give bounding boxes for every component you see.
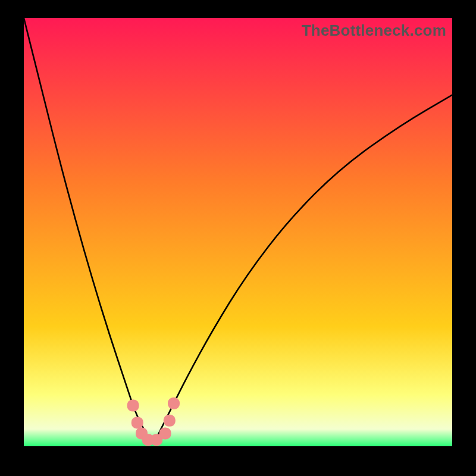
curve-marker [131,416,143,428]
curve-marker [168,397,180,409]
curve-marker [127,400,139,412]
curve-marker [159,427,171,439]
bottleneck-curve [24,18,452,441]
curve-overlay [24,18,452,446]
watermark-text: TheBottleneck.com [302,21,446,40]
chart-frame: TheBottleneck.com [0,0,476,476]
plot-area: TheBottleneck.com [24,18,452,446]
curve-markers [127,397,180,446]
curve-marker [164,415,176,427]
